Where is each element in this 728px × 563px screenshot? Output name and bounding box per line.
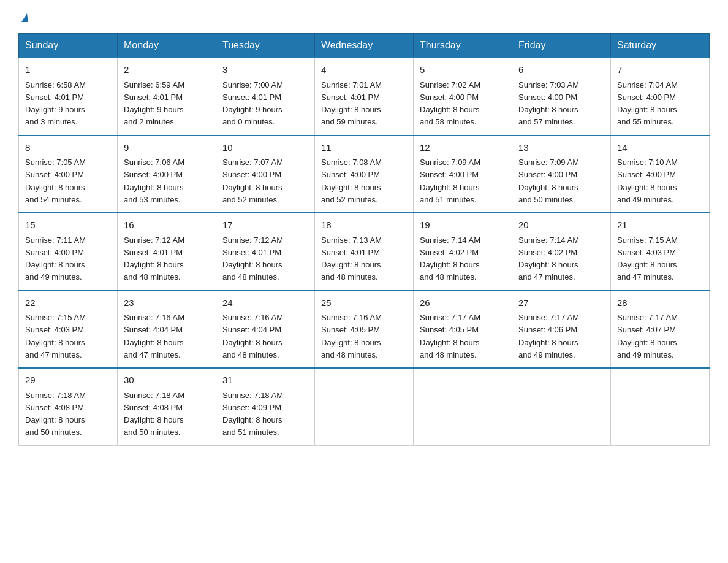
day-info: Sunrise: 7:10 AMSunset: 4:00 PMDaylight:… xyxy=(617,158,678,204)
day-info: Sunrise: 7:07 AMSunset: 4:00 PMDaylight:… xyxy=(222,158,283,204)
table-row: 7Sunrise: 7:04 AMSunset: 4:00 PMDaylight… xyxy=(611,58,710,136)
table-row: 3Sunrise: 7:00 AMSunset: 4:01 PMDaylight… xyxy=(216,58,315,136)
table-row: 28Sunrise: 7:17 AMSunset: 4:07 PMDayligh… xyxy=(611,291,710,369)
day-number: 27 xyxy=(518,296,604,310)
day-info: Sunrise: 7:12 AMSunset: 4:01 PMDaylight:… xyxy=(222,236,283,282)
day-number: 1 xyxy=(25,63,111,77)
table-row: 17Sunrise: 7:12 AMSunset: 4:01 PMDayligh… xyxy=(216,213,315,291)
col-friday: Friday xyxy=(512,34,611,58)
col-monday: Monday xyxy=(118,34,216,58)
table-row: 8Sunrise: 7:05 AMSunset: 4:00 PMDaylight… xyxy=(19,136,118,213)
calendar-table: Sunday Monday Tuesday Wednesday Thursday… xyxy=(18,33,710,446)
day-number: 10 xyxy=(222,141,308,155)
day-info: Sunrise: 7:01 AMSunset: 4:01 PMDaylight:… xyxy=(321,80,382,127)
day-number: 6 xyxy=(518,63,604,77)
day-info: Sunrise: 7:11 AMSunset: 4:00 PMDaylight:… xyxy=(25,236,86,282)
day-info: Sunrise: 7:16 AMSunset: 4:04 PMDaylight:… xyxy=(124,313,184,359)
day-number: 16 xyxy=(124,218,210,232)
day-number: 4 xyxy=(321,63,407,77)
day-info: Sunrise: 7:09 AMSunset: 4:00 PMDaylight:… xyxy=(518,158,579,204)
table-row: 14Sunrise: 7:10 AMSunset: 4:00 PMDayligh… xyxy=(611,136,710,213)
table-row: 25Sunrise: 7:16 AMSunset: 4:05 PMDayligh… xyxy=(315,291,414,369)
col-wednesday: Wednesday xyxy=(315,34,414,58)
day-number: 7 xyxy=(617,63,703,77)
table-row: 23Sunrise: 7:16 AMSunset: 4:04 PMDayligh… xyxy=(118,291,216,369)
table-row xyxy=(414,368,512,445)
day-info: Sunrise: 7:00 AMSunset: 4:01 PMDaylight:… xyxy=(222,80,283,127)
table-row: 19Sunrise: 7:14 AMSunset: 4:02 PMDayligh… xyxy=(414,213,512,291)
day-info: Sunrise: 7:17 AMSunset: 4:05 PMDaylight:… xyxy=(420,313,480,359)
day-info: Sunrise: 7:18 AMSunset: 4:08 PMDaylight:… xyxy=(25,391,86,437)
calendar-week-row: 29Sunrise: 7:18 AMSunset: 4:08 PMDayligh… xyxy=(19,368,710,445)
day-number: 12 xyxy=(420,141,506,155)
day-number: 9 xyxy=(124,141,210,155)
table-row: 13Sunrise: 7:09 AMSunset: 4:00 PMDayligh… xyxy=(512,136,611,213)
calendar-week-row: 22Sunrise: 7:15 AMSunset: 4:03 PMDayligh… xyxy=(19,291,710,369)
day-number: 31 xyxy=(222,373,308,388)
table-row xyxy=(315,368,414,445)
day-number: 15 xyxy=(25,218,111,232)
col-thursday: Thursday xyxy=(414,34,512,58)
day-info: Sunrise: 7:09 AMSunset: 4:00 PMDaylight:… xyxy=(420,158,480,204)
table-row: 20Sunrise: 7:14 AMSunset: 4:02 PMDayligh… xyxy=(512,213,611,291)
day-number: 23 xyxy=(124,296,210,310)
day-number: 21 xyxy=(617,218,703,232)
day-info: Sunrise: 7:16 AMSunset: 4:05 PMDaylight:… xyxy=(321,313,382,359)
day-info: Sunrise: 6:59 AMSunset: 4:01 PMDaylight:… xyxy=(124,80,184,127)
day-number: 29 xyxy=(25,373,111,388)
table-row: 2Sunrise: 6:59 AMSunset: 4:01 PMDaylight… xyxy=(118,58,216,136)
day-info: Sunrise: 7:05 AMSunset: 4:00 PMDaylight:… xyxy=(25,158,86,204)
day-number: 25 xyxy=(321,296,407,310)
table-row: 10Sunrise: 7:07 AMSunset: 4:00 PMDayligh… xyxy=(216,136,315,213)
day-number: 14 xyxy=(617,141,703,155)
table-row: 9Sunrise: 7:06 AMSunset: 4:00 PMDaylight… xyxy=(118,136,216,213)
day-info: Sunrise: 7:14 AMSunset: 4:02 PMDaylight:… xyxy=(518,236,579,282)
day-info: Sunrise: 7:16 AMSunset: 4:04 PMDaylight:… xyxy=(222,313,283,359)
table-row: 6Sunrise: 7:03 AMSunset: 4:00 PMDaylight… xyxy=(512,58,611,136)
table-row: 29Sunrise: 7:18 AMSunset: 4:08 PMDayligh… xyxy=(19,368,118,445)
calendar-week-row: 8Sunrise: 7:05 AMSunset: 4:00 PMDaylight… xyxy=(19,136,710,213)
calendar-week-row: 1Sunrise: 6:58 AMSunset: 4:01 PMDaylight… xyxy=(19,58,710,136)
table-row: 1Sunrise: 6:58 AMSunset: 4:01 PMDaylight… xyxy=(19,58,118,136)
col-tuesday: Tuesday xyxy=(216,34,315,58)
col-sunday: Sunday xyxy=(19,34,118,58)
day-number: 17 xyxy=(222,218,308,232)
day-number: 26 xyxy=(420,296,506,310)
day-info: Sunrise: 7:04 AMSunset: 4:00 PMDaylight:… xyxy=(617,80,678,127)
day-number: 13 xyxy=(518,141,604,155)
calendar-week-row: 15Sunrise: 7:11 AMSunset: 4:00 PMDayligh… xyxy=(19,213,710,291)
table-row: 11Sunrise: 7:08 AMSunset: 4:00 PMDayligh… xyxy=(315,136,414,213)
table-row: 21Sunrise: 7:15 AMSunset: 4:03 PMDayligh… xyxy=(611,213,710,291)
table-row: 31Sunrise: 7:18 AMSunset: 4:09 PMDayligh… xyxy=(216,368,315,445)
table-row xyxy=(611,368,710,445)
day-info: Sunrise: 7:03 AMSunset: 4:00 PMDaylight:… xyxy=(518,80,579,127)
table-row: 30Sunrise: 7:18 AMSunset: 4:08 PMDayligh… xyxy=(118,368,216,445)
day-number: 11 xyxy=(321,141,407,155)
logo xyxy=(18,12,28,22)
day-info: Sunrise: 7:15 AMSunset: 4:03 PMDaylight:… xyxy=(617,236,678,282)
table-row: 24Sunrise: 7:16 AMSunset: 4:04 PMDayligh… xyxy=(216,291,315,369)
day-number: 5 xyxy=(420,63,506,77)
day-info: Sunrise: 7:14 AMSunset: 4:02 PMDaylight:… xyxy=(420,236,480,282)
table-row: 18Sunrise: 7:13 AMSunset: 4:01 PMDayligh… xyxy=(315,213,414,291)
table-row: 27Sunrise: 7:17 AMSunset: 4:06 PMDayligh… xyxy=(512,291,611,369)
day-info: Sunrise: 7:18 AMSunset: 4:08 PMDaylight:… xyxy=(124,391,184,437)
table-row: 16Sunrise: 7:12 AMSunset: 4:01 PMDayligh… xyxy=(118,213,216,291)
table-row: 5Sunrise: 7:02 AMSunset: 4:00 PMDaylight… xyxy=(414,58,512,136)
day-info: Sunrise: 7:17 AMSunset: 4:06 PMDaylight:… xyxy=(518,313,579,359)
day-info: Sunrise: 7:12 AMSunset: 4:01 PMDaylight:… xyxy=(124,236,184,282)
day-info: Sunrise: 7:18 AMSunset: 4:09 PMDaylight:… xyxy=(222,391,283,437)
page-header xyxy=(18,12,710,22)
day-info: Sunrise: 7:15 AMSunset: 4:03 PMDaylight:… xyxy=(25,313,86,359)
day-number: 20 xyxy=(518,218,604,232)
day-info: Sunrise: 7:08 AMSunset: 4:00 PMDaylight:… xyxy=(321,158,382,204)
table-row xyxy=(512,368,611,445)
day-number: 18 xyxy=(321,218,407,232)
col-saturday: Saturday xyxy=(611,34,710,58)
day-number: 2 xyxy=(124,63,210,77)
day-number: 24 xyxy=(222,296,308,310)
table-row: 22Sunrise: 7:15 AMSunset: 4:03 PMDayligh… xyxy=(19,291,118,369)
day-number: 28 xyxy=(617,296,703,310)
table-row: 15Sunrise: 7:11 AMSunset: 4:00 PMDayligh… xyxy=(19,213,118,291)
table-row: 26Sunrise: 7:17 AMSunset: 4:05 PMDayligh… xyxy=(414,291,512,369)
